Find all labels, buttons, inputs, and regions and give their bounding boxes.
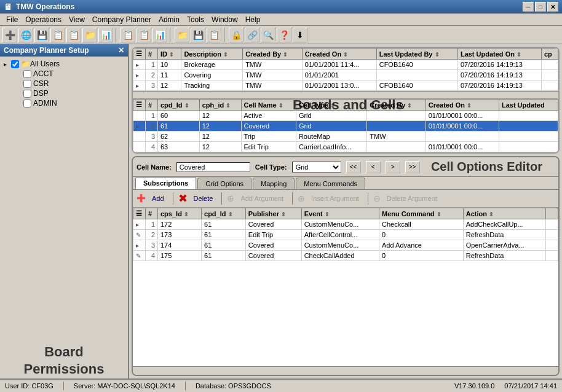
nav-prev-button[interactable]: < [366, 161, 381, 173]
sub-th-event[interactable]: Event ⇕ [301, 208, 379, 219]
toolbar-btn5[interactable]: 📁 [82, 28, 97, 42]
list-item[interactable]: ▸ 3 174 61 Covered CustomMenuCo... Add A… [133, 240, 558, 251]
col-created-on[interactable]: Created On ⇕ [302, 49, 376, 60]
tree-checkbox-admin[interactable] [23, 100, 31, 108]
toolbar-btn13[interactable]: 🔒 [229, 28, 243, 42]
col-id[interactable]: ID ⇕ [158, 49, 181, 60]
nav-last-button[interactable]: >> [405, 161, 420, 173]
sub-col-cpd-id[interactable]: cpd_Id ⇕ [158, 100, 200, 111]
sub-col-cell-name[interactable]: Cell Name ⇕ [241, 100, 296, 111]
toolbar-btn8[interactable]: 📋 [137, 28, 151, 42]
row-created-by-cell: TMW [243, 80, 303, 91]
cell-type: RouteMap [296, 131, 366, 142]
tree-item-dsp[interactable]: DSP [15, 88, 125, 98]
menu-operations[interactable]: Operations [22, 14, 65, 25]
toolbar-btn17[interactable]: ⬇ [293, 28, 307, 42]
tab-menu-commands[interactable]: Menu Commands [296, 178, 365, 189]
boards-hscroll[interactable] [133, 91, 558, 98]
tree-item-all-users[interactable]: ▸ 📁 All Users [2, 59, 125, 69]
cells-grid-wrapper[interactable]: ☰ # cpd_Id ⇕ cph_id ⇕ Cell Name ⇕ Cell T… [133, 98, 558, 152]
cell-row-num: 1 [146, 111, 158, 121]
toolbar-btn3[interactable]: 📋 [50, 28, 65, 42]
toolbar-refresh-button[interactable]: 🌐 [18, 28, 33, 42]
table-row[interactable]: 3 62 12 Trip RouteMap TMW [133, 131, 558, 142]
sub-th-cps-id[interactable]: cps_Id ⇕ [158, 208, 202, 219]
col-last-updated-on[interactable]: Last Updated On ⇕ [457, 49, 541, 60]
table-row[interactable]: ▸ 2 61 12 Covered Grid 01/01/0001 00:0..… [133, 121, 558, 131]
tree-item-acct[interactable]: ACCT [15, 69, 125, 79]
col-cp[interactable]: cp [541, 49, 558, 60]
sub-col-created-on[interactable]: Created On ⇕ [425, 100, 499, 111]
tree-item-csr[interactable]: CSR [15, 79, 125, 88]
boards-grid-wrapper[interactable]: ☰ # ID ⇕ Description ⇕ Created By ⇕ Crea… [133, 48, 558, 91]
list-item[interactable]: ✎ 2 173 61 Edit Trip AfterCellControl...… [133, 230, 558, 240]
menu-window[interactable]: Window [208, 14, 242, 25]
tab-mapping[interactable]: Mapping [253, 178, 295, 189]
toolbar-btn16[interactable]: ❓ [277, 28, 291, 42]
menu-file[interactable]: File [2, 14, 22, 25]
sub-col-cph-id[interactable]: cph_id ⇕ [199, 100, 241, 111]
sub-th-menu-command[interactable]: Menu Command ⇕ [379, 208, 464, 219]
menu-company-planner[interactable]: Company Planner [89, 14, 155, 25]
toolbar-save-button[interactable]: 💾 [34, 28, 49, 42]
sub-th-action[interactable]: Action ⇕ [463, 208, 545, 219]
tab-subscriptions[interactable]: Subscriptions [135, 177, 196, 189]
tab-grid-options[interactable]: Grid Options [197, 178, 251, 189]
nav-first-button[interactable]: << [346, 161, 361, 173]
add-argument-button[interactable]: Add Argument [237, 194, 287, 203]
toolbar-btn6[interactable]: 📊 [98, 28, 113, 42]
list-item[interactable]: ▸ 1 172 61 Covered CustomMenuCo... Check… [133, 219, 558, 230]
toolbar-btn14[interactable]: 🔗 [245, 28, 259, 42]
menu-admin[interactable]: Admin [155, 14, 183, 25]
panel-close-button[interactable]: ✕ [118, 46, 124, 55]
list-item[interactable]: ✎ 4 175 61 Covered CheckCallAdded 0 Refr… [133, 251, 558, 261]
maximize-button[interactable]: □ [535, 2, 546, 12]
minimize-button[interactable]: ─ [523, 2, 534, 12]
toolbar-btn12[interactable]: 📋 [207, 28, 221, 42]
sub-th-publisher[interactable]: Publisher ⇕ [245, 208, 301, 219]
tree-checkbox-csr[interactable] [23, 80, 31, 88]
sub-col-created-by[interactable]: Created By ⇕ [367, 100, 425, 111]
cell-name-input[interactable] [176, 162, 250, 172]
toolbar-btn9[interactable]: 📊 [152, 28, 167, 42]
sub-col-cell-type[interactable]: Cell Type ⇕ [296, 100, 366, 111]
cell-name: Active [241, 111, 296, 121]
table-row[interactable]: ▸ 3 12 Tracking TMW 01/01/2001 13:0... C… [133, 80, 558, 91]
cell-type-select[interactable]: Grid [292, 162, 341, 173]
col-last-updated-by[interactable]: Last Updated By ⇕ [376, 49, 457, 60]
toolbar-btn11[interactable]: 💾 [191, 28, 205, 42]
toolbar-btn7[interactable]: 📋 [121, 28, 135, 42]
toolbar-btn4[interactable]: 📋 [66, 28, 81, 42]
tree-checkbox-acct[interactable] [23, 70, 31, 78]
table-row[interactable]: ▸ 2 11 Covering TMW 01/01/2001 07/20/201… [133, 70, 558, 80]
add-button[interactable]: Add [148, 194, 168, 203]
col-created-by[interactable]: Created By ⇕ [243, 49, 303, 60]
menu-help[interactable]: Help [242, 14, 264, 25]
panel-header: Company Planner Setup ✕ [0, 44, 128, 57]
subscriptions-hscroll[interactable] [133, 366, 558, 375]
tabs-bar: Subscriptions Grid Options Mapping Menu … [133, 177, 558, 190]
nav-next-button[interactable]: > [386, 161, 400, 173]
tree-item-admin[interactable]: ADMIN [15, 98, 125, 108]
delete-button[interactable]: Delete [190, 194, 217, 203]
close-button[interactable]: ✕ [547, 2, 558, 12]
delete-argument-button[interactable]: Delete Argument [383, 194, 441, 203]
sub-col-last-updated[interactable]: Last Updated [499, 100, 558, 111]
table-row[interactable]: 4 63 12 Edit Trip CarrierLoadInfo... 01/… [133, 142, 558, 152]
tree-checkbox-all-users[interactable] [11, 60, 19, 68]
insert-argument-button[interactable]: Insert Argument [307, 194, 363, 203]
cell-cpd-id: 61 [158, 121, 200, 131]
action-sep1 [173, 192, 173, 205]
sub-th-cpd-id[interactable]: cpd_Id ⇕ [202, 208, 246, 219]
toolbar-add-button[interactable]: ➕ [2, 28, 17, 42]
tree-checkbox-dsp[interactable] [23, 90, 31, 98]
table-row[interactable]: ▸ 1 10 Brokerage TMW 01/01/2001 11:4... … [133, 60, 558, 70]
menu-view[interactable]: View [65, 14, 89, 25]
menu-tools[interactable]: Tools [183, 14, 208, 25]
table-row[interactable]: 1 60 12 Active Grid 01/01/0001 00:0... [133, 111, 558, 121]
toolbar-btn15[interactable]: 🔍 [261, 28, 275, 42]
sub-menu-command: Add Advance [379, 240, 464, 251]
cell-type-label: Cell Type: [255, 163, 287, 171]
col-desc[interactable]: Description ⇕ [181, 49, 243, 60]
toolbar-btn10[interactable]: 📁 [175, 28, 189, 42]
